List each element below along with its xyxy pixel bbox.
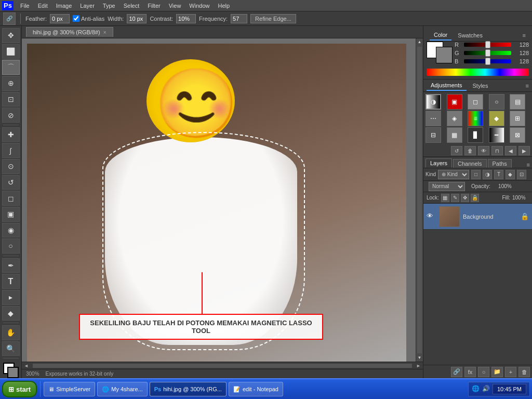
adj-colorbalance[interactable]: ◈ bbox=[447, 111, 462, 126]
history-brush-tool[interactable]: ↺ bbox=[2, 175, 20, 190]
lasso-tool[interactable]: ⌒ bbox=[2, 60, 20, 75]
document-tab[interactable]: hihi.jpg @ 300% (RGB/8#) × bbox=[26, 27, 113, 37]
menu-help[interactable]: Help bbox=[214, 2, 233, 10]
layer-new-group[interactable]: 📁 bbox=[491, 367, 503, 377]
adj-invert[interactable]: ⊟ bbox=[425, 127, 441, 143]
lock-transparent[interactable]: ▦ bbox=[441, 194, 449, 202]
feather-input[interactable] bbox=[50, 14, 70, 23]
adj-visibility[interactable]: 👁 bbox=[478, 146, 489, 155]
red-slider-track[interactable] bbox=[464, 43, 511, 47]
start-button[interactable]: ⊞ start bbox=[2, 381, 37, 397]
pen-tool[interactable]: ✒ bbox=[2, 258, 20, 273]
clone-tool[interactable]: ⊙ bbox=[2, 159, 20, 174]
lock-all[interactable]: 🔒 bbox=[471, 194, 479, 202]
crop-tool[interactable]: ⊡ bbox=[2, 92, 20, 107]
refine-edge-button[interactable]: Refine Edge... bbox=[250, 14, 296, 23]
menu-view[interactable]: View bbox=[165, 2, 185, 10]
layer-filter-smartobj[interactable]: ⊡ bbox=[517, 170, 526, 179]
adj-panel-options[interactable]: ≡ bbox=[526, 83, 529, 89]
menu-layer[interactable]: Layer bbox=[76, 2, 98, 10]
marquee-tool[interactable]: ⬜ bbox=[2, 44, 20, 59]
hscroll-right[interactable]: ► bbox=[414, 363, 423, 368]
tab-color[interactable]: Color bbox=[430, 30, 451, 41]
text-tool[interactable]: T bbox=[2, 274, 20, 289]
layer-filter-pixel[interactable]: □ bbox=[471, 170, 481, 179]
frequency-input[interactable] bbox=[231, 14, 247, 23]
adj-selective-color[interactable]: ⊠ bbox=[510, 127, 525, 143]
tab-paths[interactable]: Paths bbox=[488, 159, 512, 168]
taskbar-photoshop[interactable]: Ps hihi.jpg @ 300% (RG... bbox=[150, 382, 227, 396]
layer-new[interactable]: + bbox=[505, 367, 516, 377]
canvas-scroll[interactable]: SEKELILING BAJU TELAH DI POTONG MEMAKAI … bbox=[22, 38, 423, 362]
color-swatches[interactable] bbox=[2, 363, 20, 378]
contrast-input[interactable] bbox=[176, 14, 196, 23]
vscroll-thumb[interactable] bbox=[417, 47, 422, 353]
adj-threshold[interactable]: ▊ bbox=[468, 127, 483, 143]
background-color[interactable] bbox=[7, 367, 19, 378]
layer-visibility-eye[interactable]: 👁 bbox=[427, 212, 436, 221]
canvas-hscrollbar[interactable]: ◄ ► bbox=[22, 362, 423, 369]
adj-bw[interactable]: ≡ bbox=[468, 111, 483, 126]
tab-layers[interactable]: Layers bbox=[425, 158, 452, 168]
adj-exposure[interactable]: ○ bbox=[489, 94, 504, 110]
width-input[interactable] bbox=[127, 14, 147, 23]
layers-panel-options[interactable]: ≡ bbox=[527, 162, 530, 168]
menu-edit[interactable]: Edit bbox=[34, 2, 51, 10]
tab-adjustments[interactable]: Adjustments bbox=[427, 81, 467, 91]
quick-select-tool[interactable]: ⊕ bbox=[2, 76, 20, 91]
fill-value[interactable]: 100% bbox=[512, 195, 529, 201]
color-fg-bg-swatches[interactable] bbox=[427, 42, 453, 63]
color-panel-options[interactable]: ≡ bbox=[523, 32, 526, 38]
adj-clip[interactable]: ⊓ bbox=[491, 146, 503, 155]
red-slider-thumb[interactable] bbox=[485, 41, 490, 48]
adj-photofilter[interactable]: ◆ bbox=[489, 111, 504, 126]
menu-type[interactable]: Type bbox=[99, 2, 119, 10]
blue-slider-track[interactable] bbox=[464, 59, 511, 63]
hand-tool[interactable]: ✋ bbox=[2, 325, 20, 340]
vscroll-down[interactable]: ▼ bbox=[416, 354, 423, 362]
shape-tool[interactable]: ◆ bbox=[2, 306, 20, 321]
hscroll-track[interactable] bbox=[33, 364, 412, 368]
eyedropper-tool[interactable]: ⊘ bbox=[2, 108, 20, 123]
zoom-tool[interactable]: 🔍 bbox=[2, 341, 20, 356]
adj-vibrance[interactable]: ▤ bbox=[510, 94, 525, 110]
blur-tool[interactable]: ◉ bbox=[2, 223, 20, 238]
layer-filter-shape[interactable]: ◆ bbox=[506, 170, 515, 179]
gradient-tool[interactable]: ▣ bbox=[2, 207, 20, 222]
tool-preset-picker[interactable]: 🔗 bbox=[3, 12, 16, 25]
lock-paint[interactable]: ✎ bbox=[451, 194, 459, 202]
layer-background[interactable]: 👁 Background 🔒 bbox=[423, 204, 532, 230]
lock-move[interactable]: ✥ bbox=[461, 194, 469, 202]
taskbar-firefox[interactable]: 🌐 My 4share... bbox=[97, 382, 148, 396]
adj-brightness[interactable]: ◑ bbox=[425, 94, 441, 110]
taskbar-simpleserver[interactable]: 🖥 SimpleServer bbox=[44, 382, 95, 396]
blend-mode-select[interactable]: Normal bbox=[429, 182, 465, 191]
adj-next[interactable]: ▶ bbox=[518, 146, 530, 155]
menu-select[interactable]: Select bbox=[120, 2, 143, 10]
menu-window[interactable]: Window bbox=[185, 2, 213, 10]
antialias-check[interactable]: Anti-alias bbox=[73, 15, 104, 22]
brush-tool[interactable]: ∫ bbox=[2, 143, 20, 158]
menu-image[interactable]: Image bbox=[52, 2, 76, 10]
adj-channelmix[interactable]: ⊞ bbox=[510, 111, 525, 126]
adj-gradient-map[interactable]: ━ bbox=[489, 127, 504, 143]
opacity-value[interactable]: 100% bbox=[494, 183, 512, 189]
adj-reset[interactable]: ↺ bbox=[451, 146, 462, 155]
hscroll-left[interactable]: ◄ bbox=[22, 363, 31, 368]
antialias-checkbox[interactable] bbox=[73, 15, 79, 22]
adj-levels[interactable]: ▣ bbox=[447, 94, 462, 110]
menu-file[interactable]: File bbox=[17, 2, 33, 10]
adj-curves[interactable]: ◻ bbox=[468, 94, 483, 110]
layer-delete[interactable]: 🗑 bbox=[518, 367, 530, 377]
menu-filter[interactable]: Filter bbox=[144, 2, 164, 10]
path-select-tool[interactable]: ▸ bbox=[2, 290, 20, 305]
background-swatch[interactable] bbox=[436, 47, 453, 63]
adj-hsl[interactable]: ⋯ bbox=[425, 111, 441, 126]
kind-select[interactable]: ⊕ Kind bbox=[438, 170, 469, 179]
layer-filter-adjustment[interactable]: ◑ bbox=[483, 170, 492, 179]
eraser-tool[interactable]: ◻ bbox=[2, 191, 20, 206]
document-tab-close[interactable]: × bbox=[103, 30, 107, 35]
layer-mask[interactable]: ○ bbox=[478, 367, 489, 377]
layer-filter-type[interactable]: T bbox=[494, 170, 503, 179]
tab-styles[interactable]: Styles bbox=[469, 81, 493, 90]
